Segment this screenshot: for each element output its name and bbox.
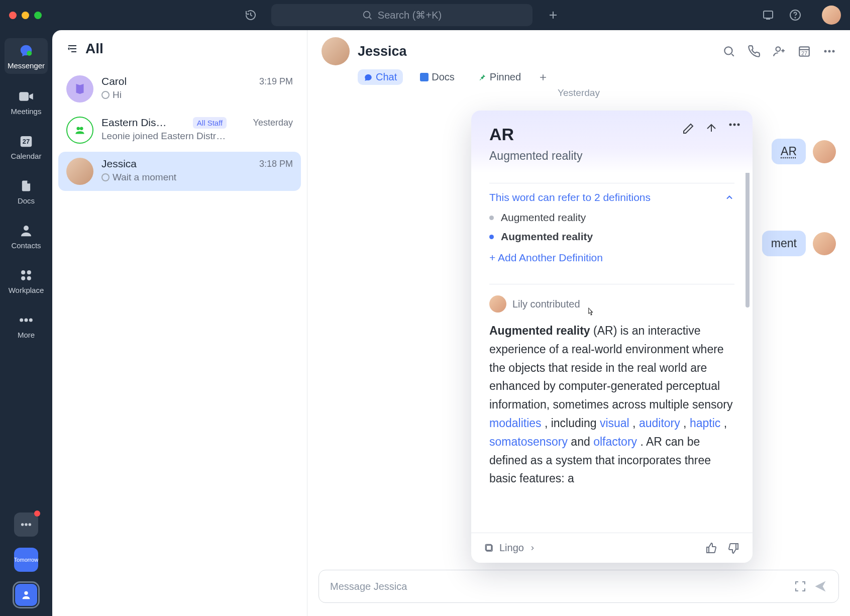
link-modalities[interactable]: modalities [489,417,542,430]
svg-point-26 [832,50,835,53]
svg-point-13 [25,319,28,322]
nav-meetings[interactable]: Meetings [5,85,48,119]
nav-label: Calendar [11,152,42,160]
svg-point-21 [724,47,732,54]
lingo-label[interactable]: Lingo [499,542,524,554]
convo-time: Yesterday [253,118,293,128]
svg-point-17 [29,523,32,526]
plus-icon[interactable] [547,9,560,22]
convo-preview: Leonie joined Eastern Distr… [101,131,226,142]
chevron-up-icon [724,192,734,202]
nav-more[interactable]: More [5,309,48,342]
workspace-icon[interactable] [762,9,775,22]
more-icon[interactable] [728,123,740,127]
svg-point-20 [80,127,83,131]
filter-icon[interactable] [66,43,78,55]
status-icon [101,91,110,99]
chevron-right-icon [529,545,536,552]
app-tile-1[interactable] [14,512,38,537]
link-olfactory[interactable]: olfactory [593,435,637,448]
avatar [66,158,93,185]
svg-point-24 [824,50,827,53]
search-input[interactable]: Search (⌘+K) [271,4,533,26]
svg-point-16 [25,523,28,526]
svg-point-27 [729,124,732,126]
definition-option[interactable]: Augmented reality [489,231,734,243]
message-composer[interactable]: Message Jessica [318,570,839,603]
nav-docs[interactable]: Docs [5,174,48,208]
svg-point-10 [21,276,25,280]
add-user-icon[interactable] [773,45,786,58]
expand-icon[interactable] [794,580,806,592]
svg-point-28 [733,124,736,126]
lingo-footer: Lingo [471,533,753,563]
thumbs-down-icon[interactable] [727,542,739,554]
more-icon[interactable] [823,49,836,53]
send-icon[interactable] [813,579,827,593]
definition-option[interactable]: Augmented reality [489,212,734,224]
nav-label: More [18,331,35,339]
svg-point-4 [27,51,32,56]
svg-point-25 [828,50,831,53]
titlebar: Search (⌘+K) [0,0,850,30]
conversation-item[interactable]: Jessica 3:18 PM Wait a moment [58,152,301,191]
convo-name: Carol [101,75,127,87]
window-controls [9,12,42,19]
chat-avatar[interactable] [322,37,350,65]
svg-point-14 [29,319,33,322]
search-placeholder: Search (⌘+K) [378,9,442,21]
group-tag: All Staff [193,117,227,129]
convo-time: 3:19 PM [259,76,293,87]
message-bubble[interactable]: ment [762,231,806,256]
convo-name: Jessica [101,158,137,170]
current-user-avatar[interactable] [822,6,841,25]
maximize-button[interactable] [34,12,42,19]
svg-point-9 [27,270,31,274]
contributor-avatar [489,295,506,313]
link-somatosensory[interactable]: somatosensory [489,435,568,448]
chat-header: Jessica 27 Chat [307,30,850,80]
lingo-subtitle: Augmented reality [489,149,734,163]
convo-preview: Wait a moment [113,172,176,183]
definitions-toggle[interactable]: This word can refer to 2 definitions [489,191,734,203]
nav-workplace[interactable]: Workplace [5,264,48,297]
convo-time: 3:18 PM [259,159,293,169]
svg-rect-5 [19,92,29,101]
nav-calendar[interactable]: 27 Calendar [5,130,48,163]
message-bubble[interactable]: AR [772,139,806,164]
video-icon [18,88,35,105]
history-icon[interactable] [244,9,257,22]
nav-contacts[interactable]: Contacts [5,219,48,253]
call-icon[interactable] [748,45,761,58]
lingo-icon [484,543,494,553]
nav-label: Messenger [8,61,45,70]
conversation-list-header: All [52,30,307,67]
search-icon [362,10,373,21]
close-button[interactable] [9,12,17,19]
side-nav: Messenger Meetings 27 Calendar Docs [0,30,52,616]
search-chat-icon[interactable] [722,45,735,58]
link-haptic[interactable]: haptic [690,417,720,430]
contributor-row: Lily contributed [489,295,734,313]
link-auditory[interactable]: auditory [639,417,680,430]
share-icon[interactable] [705,123,717,135]
chat-title: Jessica [358,44,407,59]
link-visual[interactable]: visual [600,417,629,430]
conversation-item[interactable]: Carol 3:19 PM Hi [58,69,301,109]
contacts-icon [18,222,35,239]
help-icon[interactable] [789,9,802,22]
convo-preview: Hi [113,89,122,100]
thumbs-up-icon[interactable] [705,542,717,554]
edit-icon[interactable] [682,123,694,135]
conversation-item[interactable]: Eastern Dis… All Staff Yesterday Leonie … [58,111,301,150]
nav-label: Docs [18,196,35,205]
svg-point-8 [21,270,25,274]
minimize-button[interactable] [22,12,29,19]
app-tile-tomorrow[interactable]: Tomorrow [14,548,38,572]
app-tile-user[interactable] [14,583,38,607]
nav-messenger[interactable]: Messenger [5,38,48,74]
nav-label: Meetings [11,107,42,116]
messenger-icon [18,42,35,59]
calendar-action-icon[interactable]: 27 [798,45,811,58]
add-definition-button[interactable]: + Add Another Definition [489,252,734,264]
